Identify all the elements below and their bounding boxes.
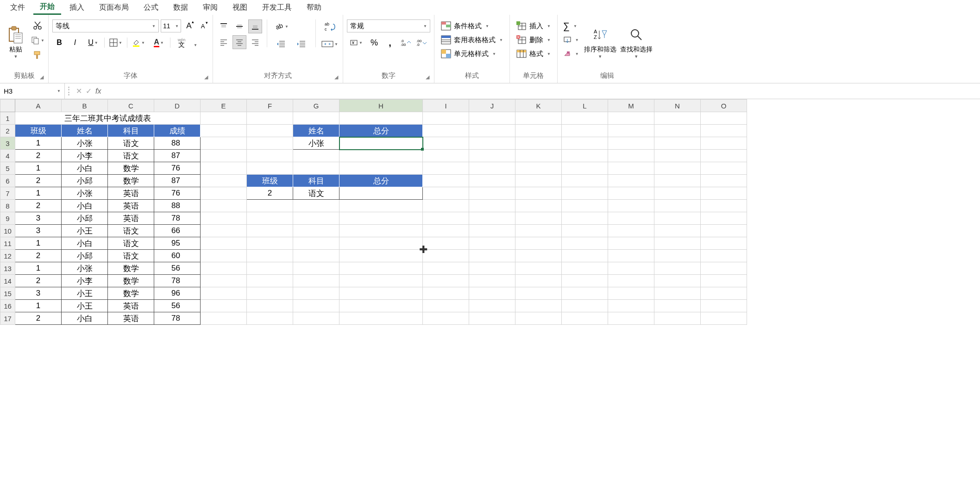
cell-D6[interactable]: 87 [154,175,201,187]
cell-H12[interactable] [339,250,423,262]
cell-J7[interactable] [469,187,515,200]
cell-L17[interactable] [562,312,608,325]
menu-item-9[interactable]: 帮助 [300,1,328,14]
cell-I3[interactable] [423,137,469,150]
orientation-button[interactable]: ab▼ [272,19,290,33]
cell-M16[interactable] [608,300,654,312]
cell-O17[interactable] [701,312,747,325]
align-left-button[interactable] [217,35,231,49]
cell-I13[interactable] [423,262,469,275]
cell-I9[interactable] [423,212,469,225]
row-header-13[interactable]: 13 [0,262,15,275]
cell-A3[interactable]: 1 [15,137,62,150]
cell-G4[interactable] [293,150,339,162]
align-top-button[interactable] [217,19,231,33]
cell-C5[interactable]: 数学 [108,162,154,175]
cell-B17[interactable]: 小白 [62,312,108,325]
cell-M9[interactable] [608,212,654,225]
cell-E11[interactable] [201,237,247,250]
fill-button[interactable]: ▼ [561,33,581,46]
cell-N8[interactable] [654,200,701,212]
menu-item-7[interactable]: 视图 [226,1,254,14]
cell-C2[interactable]: 科目 [108,125,154,137]
delete-cells-button[interactable]: 删除▼ [514,33,553,46]
cell-J9[interactable] [469,212,515,225]
cell-J4[interactable] [469,150,515,162]
cell-H8[interactable] [339,200,423,212]
cell-G15[interactable] [293,287,339,300]
cell-E14[interactable] [201,275,247,287]
cell-K9[interactable] [515,212,562,225]
cell-L1[interactable] [562,112,608,125]
cell-I7[interactable] [423,187,469,200]
cell-J14[interactable] [469,275,515,287]
cell-N10[interactable] [654,225,701,237]
cell-F6[interactable]: 班级 [247,175,293,187]
cell-C9[interactable]: 英语 [108,212,154,225]
cell-E9[interactable] [201,212,247,225]
number-format-select[interactable]: 常规▼ [347,19,430,32]
insert-cells-button[interactable]: 插入▼ [514,19,553,32]
cell-A1[interactable]: 三年二班其中考试成绩表 [15,112,201,125]
cell-L7[interactable] [562,187,608,200]
cell-K10[interactable] [515,225,562,237]
name-box[interactable]: H3▼ [0,83,65,99]
cell-J13[interactable] [469,262,515,275]
row-header-12[interactable]: 12 [0,250,15,262]
paste-button[interactable]: 粘贴 ▼ [4,19,28,64]
cell-J17[interactable] [469,312,515,325]
menu-item-3[interactable]: 页面布局 [93,1,135,14]
cell-F8[interactable] [247,200,293,212]
cell-G14[interactable] [293,275,339,287]
formula-input[interactable] [107,83,980,99]
col-header-B[interactable]: B [62,100,108,112]
row-header-10[interactable]: 10 [0,225,15,237]
cell-D3[interactable]: 88 [154,137,201,150]
cell-J16[interactable] [469,300,515,312]
cell-F13[interactable] [247,262,293,275]
cell-B10[interactable]: 小王 [62,225,108,237]
cell-I4[interactable] [423,150,469,162]
cell-C4[interactable]: 语文 [108,150,154,162]
cell-H6[interactable]: 总分 [339,175,423,187]
cell-I1[interactable] [423,112,469,125]
cell-K14[interactable] [515,275,562,287]
cell-G8[interactable] [293,200,339,212]
cell-J11[interactable] [469,237,515,250]
sort-filter-button[interactable]: AZ 排序和筛选▼ [584,19,617,64]
cell-C14[interactable]: 数学 [108,275,154,287]
cell-G1[interactable] [293,112,339,125]
cell-E15[interactable] [201,287,247,300]
cell-O13[interactable] [701,262,747,275]
font-color-button[interactable]: A▼ [150,36,168,49]
cell-H5[interactable] [339,162,423,175]
spreadsheet-area[interactable]: ABCDEFGHIJKLMNO1三年二班其中考试成绩表2班级姓名科目成绩姓名总分… [0,99,980,481]
cell-K12[interactable] [515,250,562,262]
cell-N11[interactable] [654,237,701,250]
cell-D4[interactable]: 87 [154,150,201,162]
cell-J10[interactable] [469,225,515,237]
cell-L15[interactable] [562,287,608,300]
italic-button[interactable]: I [68,36,82,49]
alignment-launcher-icon[interactable]: ◢ [334,74,338,80]
cell-I12[interactable] [423,250,469,262]
decrease-decimal-button[interactable]: .00.0 [415,36,428,49]
align-center-button[interactable] [232,35,246,49]
cell-M6[interactable] [608,175,654,187]
col-header-L[interactable]: L [562,100,608,112]
cell-C15[interactable]: 数学 [108,287,154,300]
cell-H4[interactable] [339,150,423,162]
cell-A8[interactable]: 2 [15,200,62,212]
cell-N12[interactable] [654,250,701,262]
col-header-M[interactable]: M [608,100,654,112]
spreadsheet-grid[interactable]: ABCDEFGHIJKLMNO1三年二班其中考试成绩表2班级姓名科目成绩姓名总分… [0,99,747,325]
row-header-14[interactable]: 14 [0,275,15,287]
wrap-text-button[interactable]: abc [320,19,339,33]
row-header-6[interactable]: 6 [0,175,15,187]
cell-A6[interactable]: 2 [15,175,62,187]
cell-M1[interactable] [608,112,654,125]
cell-A14[interactable]: 2 [15,275,62,287]
cell-F2[interactable] [247,125,293,137]
cell-H2[interactable]: 总分 [339,125,423,137]
cell-B7[interactable]: 小张 [62,187,108,200]
